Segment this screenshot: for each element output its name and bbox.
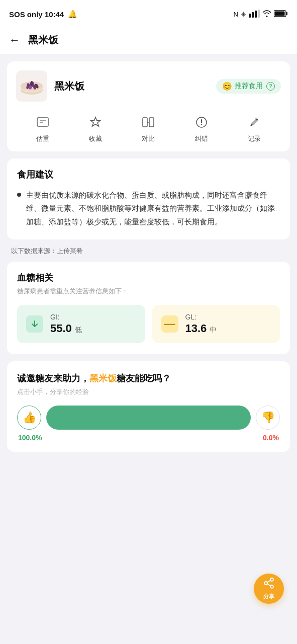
gi-down-icon — [26, 315, 43, 333]
compare-icon — [142, 116, 155, 131]
svg-rect-3 — [258, 10, 260, 18]
gl-neutral-icon: — — [161, 315, 178, 333]
svg-rect-0 — [249, 14, 251, 18]
data-source-value: 上传菜肴 — [57, 247, 83, 255]
action-compare-label: 对比 — [142, 134, 155, 143]
svg-point-27 — [270, 578, 273, 581]
estimate-icon — [36, 116, 49, 131]
recommend-text: 推荐食用 — [235, 82, 263, 91]
gl-box: — GL: 13.6 中 — [152, 305, 280, 343]
bell-icon: 🔔 — [68, 10, 77, 19]
thumbs-down-button[interactable]: 👎 — [256, 406, 280, 430]
svg-point-28 — [264, 582, 267, 585]
record-icon — [248, 116, 261, 131]
community-title: 诚邀糖友来助力，黑米饭糖友能吃吗？ — [17, 372, 280, 384]
correct-icon — [195, 116, 208, 131]
action-estimate[interactable]: 估重 — [36, 116, 49, 143]
community-title-1: 诚邀糖友来助力， — [17, 373, 89, 383]
gl-level: 中 — [210, 326, 217, 334]
svg-rect-22 — [149, 118, 154, 127]
food-header: 黑米饭 😊 推荐食用 ? — [16, 70, 281, 102]
gi-level: 低 — [75, 326, 82, 334]
wifi-icon — [262, 10, 271, 19]
page-header: ← 黑米饭 — [0, 26, 297, 54]
action-record-label: 记录 — [248, 134, 261, 143]
svg-line-31 — [267, 584, 271, 586]
action-correct-label: 纠错 — [195, 134, 208, 143]
thumbs-up-button[interactable]: 👍 — [17, 406, 41, 430]
signal-icon — [249, 10, 260, 19]
action-correct[interactable]: 纠错 — [195, 116, 208, 143]
blood-sugar-title: 血糖相关 — [17, 272, 280, 284]
community-title-2: 糖友能吃吗？ — [117, 373, 171, 383]
action-collect-label: 收藏 — [89, 134, 102, 143]
vote-row: 👍 👎 — [17, 406, 280, 430]
main-content: 黑米饭 😊 推荐食用 ? 估重 收藏 — [0, 61, 297, 467]
gl-value: 13.6 中 — [185, 322, 217, 335]
svg-rect-1 — [252, 12, 254, 18]
blood-sugar-subtitle: 糖尿病患者需重点关注营养信息如下： — [17, 287, 280, 296]
action-collect[interactable]: 收藏 — [89, 116, 102, 143]
svg-rect-2 — [255, 11, 257, 18]
food-name: 黑米饭 — [54, 79, 84, 93]
svg-rect-5 — [275, 11, 285, 16]
advice-title: 食用建议 — [17, 169, 280, 181]
status-text: SOS only 10:44 — [9, 10, 64, 19]
status-right: N ✳ — [234, 10, 288, 19]
food-info: 黑米饭 — [16, 70, 84, 102]
svg-marker-20 — [91, 117, 101, 126]
status-left: SOS only 10:44 🔔 — [9, 10, 77, 19]
share-fab-button[interactable]: 分享 — [254, 574, 284, 604]
action-estimate-label: 估重 — [36, 134, 49, 143]
advice-text: 主要由优质来源的碳水化合物、蛋白质、或脂肪构成，同时还富含膳食纤维、微量元素、不… — [26, 189, 280, 228]
gl-value-wrap: GL: 13.6 中 — [185, 313, 217, 335]
svg-line-30 — [267, 580, 271, 582]
advice-bullet — [17, 193, 21, 197]
svg-rect-21 — [143, 118, 147, 127]
action-record[interactable]: 记录 — [248, 116, 261, 143]
data-source: 以下数据来源：上传菜肴 — [0, 239, 297, 259]
advice-list: 主要由优质来源的碳水化合物、蛋白质、或脂肪构成，同时还富含膳食纤维、微量元素、不… — [17, 189, 280, 228]
advice-card: 食用建议 主要由优质来源的碳水化合物、蛋白质、或脂肪构成，同时还富含膳食纤维、微… — [7, 158, 290, 239]
blood-sugar-card: 血糖相关 糖尿病患者需重点关注营养信息如下： GI: 55.0 低 — GL: — [7, 262, 290, 354]
gl-label: GL: — [185, 313, 217, 321]
gi-gl-row: GI: 55.0 低 — GL: 13.6 中 — [17, 305, 280, 343]
vote-bar — [46, 406, 251, 430]
recommend-badge[interactable]: 😊 推荐食用 ? — [216, 79, 281, 94]
action-row: 估重 收藏 对比 纠错 — [16, 112, 281, 146]
svg-point-26 — [201, 124, 202, 125]
collect-icon — [89, 116, 102, 131]
food-image — [16, 70, 47, 102]
advice-item: 主要由优质来源的碳水化合物、蛋白质、或脂肪构成，同时还富含膳食纤维、微量元素、不… — [17, 189, 280, 228]
gi-value-wrap: GI: 55.0 低 — [50, 313, 82, 335]
yes-percent: 100.0% — [18, 434, 42, 442]
gi-value: 55.0 低 — [50, 322, 82, 335]
smiley-icon: 😊 — [222, 82, 232, 91]
nfc-icon: N — [234, 11, 238, 18]
food-card: 黑米饭 😊 推荐食用 ? 估重 收藏 — [7, 61, 290, 151]
question-icon[interactable]: ? — [266, 82, 275, 91]
data-source-prefix: 以下数据来源： — [11, 247, 57, 255]
page-title: 黑米饭 — [28, 33, 58, 47]
share-fab-icon — [263, 577, 275, 592]
svg-rect-6 — [286, 12, 288, 15]
community-card: 诚邀糖友来助力，黑米饭糖友能吃吗？ 点击小手，分享你的经验 👍 👎 100.0%… — [7, 361, 290, 452]
no-percent: 0.0% — [263, 434, 279, 442]
share-fab-label: 分享 — [263, 593, 274, 600]
back-button[interactable]: ← — [9, 35, 20, 46]
community-food-highlight: 黑米饭 — [89, 373, 117, 383]
gi-label: GI: — [50, 313, 82, 321]
battery-icon — [274, 10, 288, 19]
community-subtitle: 点击小手，分享你的经验 — [17, 387, 280, 396]
gi-box: GI: 55.0 低 — [17, 305, 145, 343]
status-bar: SOS only 10:44 🔔 N ✳ — [0, 0, 297, 26]
svg-point-29 — [270, 585, 273, 588]
bluetooth-icon: ✳ — [241, 11, 246, 18]
action-compare[interactable]: 对比 — [142, 116, 155, 143]
